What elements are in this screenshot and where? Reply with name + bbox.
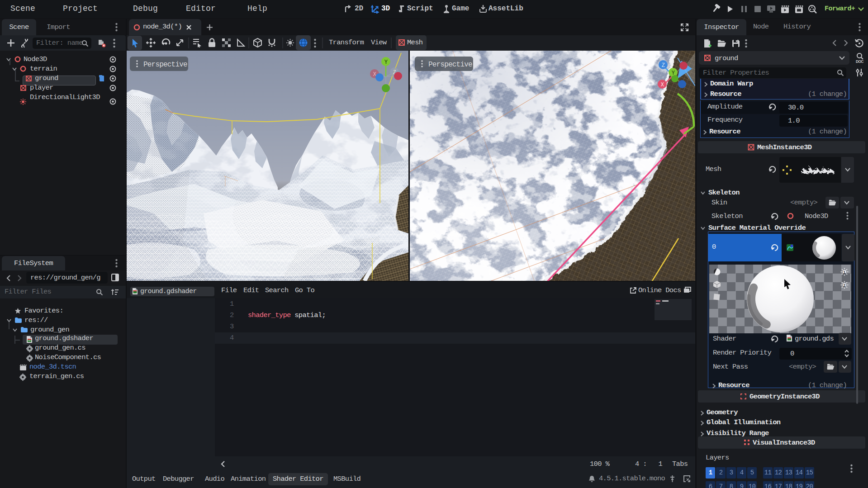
svg-text:Z: Z	[662, 62, 665, 69]
svg-text:2: 2	[843, 283, 845, 288]
svg-text:DOC: DOC	[856, 59, 863, 63]
svg-text:1: 1	[843, 270, 845, 275]
svg-text:X: X	[661, 82, 664, 88]
svg-text:Y: Y	[384, 59, 388, 66]
svg-text:Perspective: Perspective	[428, 61, 472, 69]
svg-text:Perspective: Perspective	[143, 61, 187, 69]
